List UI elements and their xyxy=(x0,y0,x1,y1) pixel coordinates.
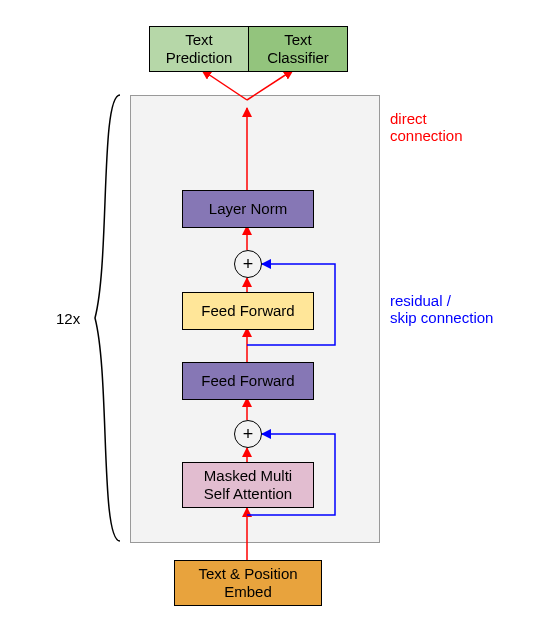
text-classifier-head: Text Classifier xyxy=(248,26,348,72)
direct-connection-label: direct connection xyxy=(390,110,463,144)
masked-label: Masked Multi Self Attention xyxy=(204,467,292,503)
ln-label: Layer Norm xyxy=(209,200,287,218)
plus-2-sym: + xyxy=(243,254,254,275)
feedforward-2-block: Feed Forward xyxy=(182,292,314,330)
svg-line-8 xyxy=(247,70,293,100)
embed-block: Text & Position Embed xyxy=(174,560,322,606)
architecture-diagram: Text & Position Embed Masked Multi Self … xyxy=(0,0,539,628)
plus-1: + xyxy=(234,420,262,448)
repeat-label: 12x xyxy=(56,310,80,327)
embed-label: Text & Position Embed xyxy=(198,565,297,601)
residual-connection-label: residual / skip connection xyxy=(390,292,493,326)
layernorm-block: Layer Norm xyxy=(182,190,314,228)
ff1-label: Feed Forward xyxy=(201,372,294,390)
plus-1-sym: + xyxy=(243,424,254,445)
cls-label: Text Classifier xyxy=(267,31,329,67)
svg-line-7 xyxy=(202,70,247,100)
feedforward-1-block: Feed Forward xyxy=(182,362,314,400)
masked-attention-block: Masked Multi Self Attention xyxy=(182,462,314,508)
pred-label: Text Prediction xyxy=(166,31,233,67)
text-prediction-head: Text Prediction xyxy=(149,26,249,72)
plus-2: + xyxy=(234,250,262,278)
ff2-label: Feed Forward xyxy=(201,302,294,320)
